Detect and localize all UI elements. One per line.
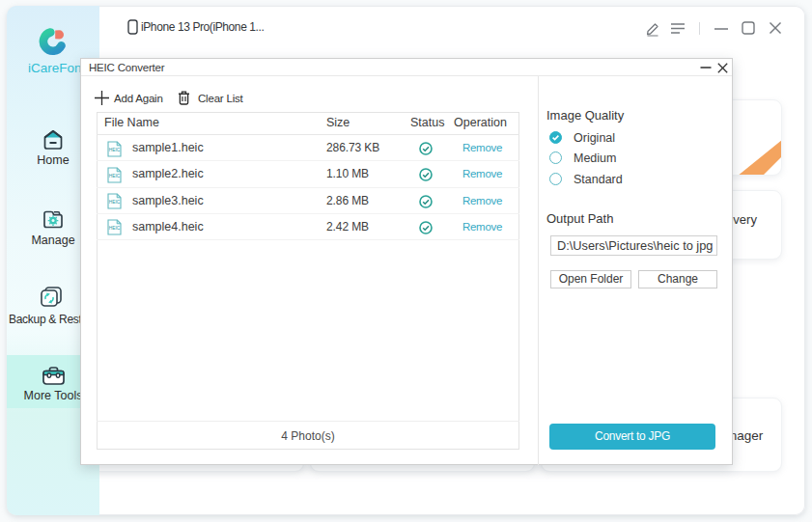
- svg-text:HEIC: HEIC: [109, 200, 121, 205]
- svg-text:HEIC: HEIC: [109, 174, 121, 179]
- svg-text:HEIC: HEIC: [109, 148, 121, 152]
- svg-text:HEIC: HEIC: [109, 227, 121, 232]
